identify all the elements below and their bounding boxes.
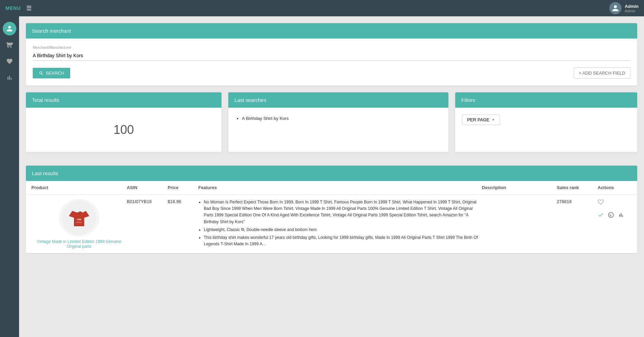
copyright-action[interactable] <box>608 212 614 219</box>
table-row: 1999 VINTAGE Vintage Made in Limited Edi… <box>26 195 637 253</box>
sidebar-item-favorites[interactable] <box>3 55 16 68</box>
menu-label: MENU <box>5 5 21 11</box>
features-list: No Woman Is Perfect Expect Those Born In… <box>198 199 482 247</box>
col-actions: Actions <box>598 185 632 190</box>
last-search-item: A Birthday Shirt by Kors <box>242 114 442 122</box>
merchant-search-input[interactable] <box>33 51 630 61</box>
admin-role: Admin <box>625 9 639 13</box>
feature-item-1: No Woman Is Perfect Expect Those Born In… <box>204 199 482 225</box>
col-product: Product <box>31 185 127 190</box>
product-link[interactable]: Vintage Made in Limited Edition 1999 Gen… <box>31 239 127 249</box>
search-merchant-title: Search merchant <box>32 28 71 34</box>
col-price: Price <box>168 185 198 190</box>
search-actions: SEARCH + ADD SEARCH FIELD <box>33 67 630 79</box>
total-results-header: Total results <box>26 92 221 108</box>
feature-item-3: This birthday shirt makes wonderful 17 y… <box>204 234 482 247</box>
heart-action[interactable] <box>598 199 604 206</box>
main-content: Search merchant Merchant/Manufacturer SE… <box>19 16 644 337</box>
chart-action[interactable] <box>618 212 624 219</box>
col-sales-rank: Sales rank <box>557 185 598 190</box>
results-table: Product ASIN Price Features Description … <box>26 181 637 253</box>
last-results-title: Last results <box>32 170 58 176</box>
add-search-field-button[interactable]: + ADD SEARCH FIELD <box>574 67 630 79</box>
last-searches-body: A Birthday Shirt by Kors <box>228 108 448 129</box>
total-results-card: Total results 100 <box>26 92 221 152</box>
product-image: 1999 VINTAGE <box>59 199 99 236</box>
per-page-button[interactable]: PER PAGE <box>462 114 500 125</box>
sidebar-item-users[interactable] <box>3 22 16 35</box>
sales-rank-value: 278818 <box>557 199 571 204</box>
sidebar-item-analytics[interactable] <box>3 71 16 85</box>
total-results-title: Total results <box>32 97 59 103</box>
last-results-header: Last results <box>26 166 637 181</box>
merchant-field-label: Merchant/Manufacturer <box>33 45 630 49</box>
filters-card: Filters PER PAGE <box>455 92 637 152</box>
col-features: Features <box>198 185 482 190</box>
check-action[interactable] <box>598 212 604 219</box>
col-description: Description <box>482 185 557 190</box>
last-searches-card: Last searches A Birthday Shirt by Kors <box>228 92 448 152</box>
total-results-count: 100 <box>33 114 215 145</box>
sidebar-item-cart[interactable] <box>3 38 16 52</box>
last-searches-title: Last searches <box>234 97 266 103</box>
top-bar-left: MENU ☰ <box>5 4 32 12</box>
product-cell: 1999 VINTAGE Vintage Made in Limited Edi… <box>31 199 127 249</box>
filters-header: Filters <box>455 92 637 108</box>
price-cell: $18.96 <box>168 199 198 204</box>
admin-name: Admin <box>625 4 639 9</box>
search-merchant-card: Search merchant Merchant/Manufacturer SE… <box>26 23 637 86</box>
svg-point-3 <box>609 213 614 218</box>
total-results-body: 100 <box>26 108 221 152</box>
table-header-row: Product ASIN Price Features Description … <box>26 181 637 195</box>
top-bar: MENU ☰ Admin Admin <box>0 0 644 16</box>
search-merchant-header: Search merchant <box>26 23 637 39</box>
col-asin: ASIN <box>127 185 168 190</box>
last-searches-header: Last searches <box>228 92 448 108</box>
add-field-label: + ADD SEARCH FIELD <box>579 71 625 76</box>
svg-text:VINTAGE: VINTAGE <box>76 221 82 223</box>
admin-info: Admin Admin <box>625 4 639 13</box>
last-results-card: Last results Product ASIN Price Features… <box>26 166 637 253</box>
search-merchant-body: Merchant/Manufacturer SEARCH + ADD SEARC… <box>26 39 637 86</box>
action-icons <box>598 199 632 219</box>
stats-row: Total results 100 Last searches A Birthd… <box>26 92 637 159</box>
last-searches-list: A Birthday Shirt by Kors <box>235 114 442 122</box>
asin-value: B01I07YB18 <box>127 199 152 204</box>
asin-cell: B01I07YB18 <box>127 199 168 204</box>
search-button[interactable]: SEARCH <box>33 68 70 78</box>
search-btn-label: SEARCH <box>46 71 64 76</box>
filters-body: PER PAGE <box>455 108 637 132</box>
actions-cell <box>598 199 632 219</box>
sidebar <box>0 16 19 337</box>
per-page-label: PER PAGE <box>467 117 490 122</box>
admin-avatar <box>609 2 622 14</box>
sales-rank-cell: 278818 <box>557 199 598 204</box>
price-value: $18.96 <box>168 199 181 204</box>
layout: Search merchant Merchant/Manufacturer SE… <box>0 16 644 337</box>
feature-item-2: Lightweight, Classic fit, Double-needle … <box>204 227 482 233</box>
hamburger-icon[interactable]: ☰ <box>26 4 32 12</box>
filters-title: Filters <box>461 97 475 103</box>
features-cell: No Woman Is Perfect Expect Those Born In… <box>198 199 482 249</box>
svg-text:1999: 1999 <box>77 218 81 220</box>
top-bar-right: Admin Admin <box>609 2 639 14</box>
